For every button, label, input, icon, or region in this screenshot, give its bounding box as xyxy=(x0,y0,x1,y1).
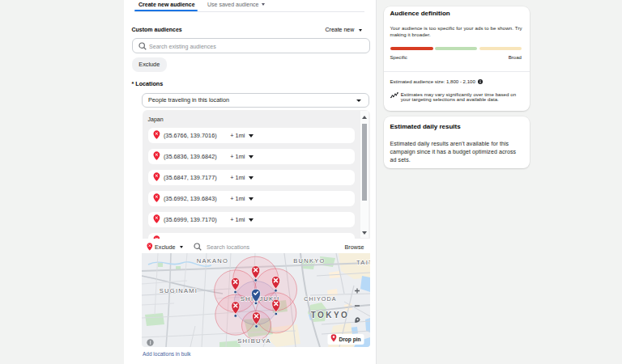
svg-text:BUNKYO: BUNKYO xyxy=(293,257,325,265)
svg-text:Drop pin: Drop pin xyxy=(339,336,360,343)
svg-text:SHIBUYA: SHIBUYA xyxy=(237,337,271,345)
svg-text:SUGINAMI: SUGINAMI xyxy=(159,286,198,294)
svg-text:NAKANO: NAKANO xyxy=(196,257,228,265)
svg-text:TOKYO: TOKYO xyxy=(310,310,348,319)
svg-text:TAITO: TAITO xyxy=(356,259,370,266)
svg-text:CHIYODA: CHIYODA xyxy=(304,295,336,303)
